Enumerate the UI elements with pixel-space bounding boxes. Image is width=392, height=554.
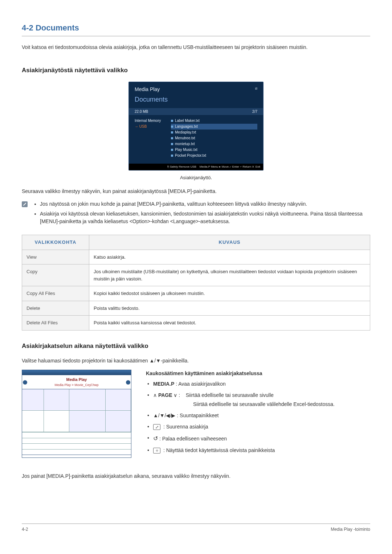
dv-row: [25, 450, 26, 454]
mp-size-left: 22.0 MB: [135, 109, 148, 114]
mp-file-item: Play Music.txt: [171, 147, 257, 153]
closing-paragraph: Jos painat [MEDIA.P]-painiketta asiakirj…: [22, 472, 370, 480]
table-row: Delete All Files Poista kaikki valitussa…: [22, 316, 370, 331]
remote-heading: Kaukosäätimen käyttäminen asiakirjakatse…: [146, 370, 335, 377]
page-footer: 4-2 Media Play -toiminto: [22, 524, 370, 533]
table-cell-menu: Delete All Files: [22, 316, 89, 331]
left-arrow-icon: [23, 380, 27, 385]
menu-table: VALIKKOKOHTA KUVAUS View Katso asiakirja…: [22, 235, 370, 331]
section-number-title: 4-2 Documents: [22, 23, 79, 32]
note-icon: [22, 201, 28, 207]
footer-left: 4-2: [22, 526, 28, 533]
mp-internal-memory: Internal Memory: [135, 118, 171, 124]
table-cell-menu: Copy All Files: [22, 286, 89, 301]
dv-row: [25, 439, 26, 443]
footer-right: Media Play -toiminto: [331, 526, 370, 533]
table-row: Copy All Files Kopioi kaikki tiedostot s…: [22, 286, 370, 301]
dv-cell: [106, 389, 131, 411]
table-head-desc: KUVAUS: [89, 235, 370, 250]
mediap-desc: : Avaa asiakirjavalikon: [176, 381, 225, 387]
table-head-menu: VALIKKOKOHTA: [22, 235, 89, 250]
mp-usb: → USB: [135, 124, 171, 130]
table-cell-menu: Delete: [22, 301, 89, 316]
page-label: PAGE: [158, 392, 172, 398]
table-row: Copy Jos ulkoinen muistilaite (USB-muist…: [22, 264, 370, 286]
mp-file-item: Languages.txt: [171, 124, 257, 130]
page-desc1: Siirtää edelliselle tai seuraavalle sivu…: [186, 392, 274, 398]
remote-item-mediap: MEDIA.P : Avaa asiakirjavalikon: [147, 380, 335, 388]
arrows-desc: : Suuntapainikkeet: [177, 413, 219, 418]
mp-footer-left: ⎘ Safely Remove USB: [167, 165, 196, 168]
zoom-icon: ⤢: [153, 424, 160, 430]
mp-file-list: Label Maker.txt Languages.txt Mediaplay.…: [171, 118, 257, 159]
dv-cell: [106, 411, 131, 432]
table-cell-desc: Katso asiakirja.: [89, 250, 370, 264]
media-play-screenshot: Media Play ⎚ Documents 22.0 MB 2/7 Inter…: [128, 82, 264, 171]
zoom-desc: : Suurenna asiakirja: [163, 424, 208, 430]
page-desc2: Siirtää edelliselle tai seuraavalle väli…: [193, 401, 335, 408]
remote-info: Kaukosäätimen käyttäminen asiakirjakatse…: [146, 370, 335, 458]
after-caption-paragraph: Seuraava valikko ilmestyy näkyviin, kun …: [22, 188, 370, 195]
table-cell-desc: Kopioi kaikki tiedostot sisäiseen ja ulk…: [89, 286, 370, 301]
mp-footer-right: Media.P Menu ◆ Move ⏎ Enter ↩ Return ⨯ E…: [200, 165, 260, 168]
table-cell-desc: Poista kaikki valitussa kansiossa olevat…: [89, 316, 370, 331]
mp-size-right: 2/7: [252, 109, 257, 114]
table-cell-menu: Copy: [22, 264, 89, 286]
dv-title: Media Play: [22, 375, 131, 383]
table-cell-menu: View: [22, 250, 89, 264]
screenshot-caption: Asiakirjanäyttö.: [22, 174, 370, 181]
dv-cell: [44, 389, 69, 411]
remote-item-zoom: ⤢ : Suurenna asiakirja: [147, 423, 335, 431]
return-icon: ↺: [153, 435, 158, 442]
page-prefix: ∧: [153, 392, 158, 398]
mp-section-title: Documents: [129, 95, 263, 108]
page-suffix: ∨ :: [172, 392, 180, 398]
doc-view-screenshot: Media Play Media Play > Movie_Ceyl.hwp: [22, 370, 131, 458]
dv-cell: [22, 389, 44, 411]
remote-item-return: ↺ : Palaa edelliseen vaiheeseen: [147, 434, 335, 443]
note-item: Asiakirja voi käytössä olevan kieliasetu…: [40, 210, 370, 225]
note-item: Jos näytössä on jokin muu kohde ja paina…: [40, 200, 370, 208]
dv-row: [25, 433, 26, 437]
table-row: View Katso asiakirja.: [22, 250, 370, 264]
info-desc: : Näyttää tiedot käytettävissä olevista …: [163, 447, 275, 453]
mp-file-item: Menutree.txt: [171, 135, 257, 141]
usb-icon: ⎚: [255, 86, 257, 91]
mp-file-item: monietup.txt: [171, 141, 257, 147]
mp-file-item: Mediaplay.txt: [171, 130, 257, 135]
intro-paragraph: Voit katsoa eri tiedostomuodoissa olevia…: [22, 44, 370, 51]
table-row: Delete Poista valittu tiedosto.: [22, 301, 370, 316]
table-cell-desc: Jos ulkoinen muistilaite (USB-muistilait…: [89, 264, 370, 286]
subheading-2: Asiakirjakatselun aikana näytettävä vali…: [22, 341, 370, 351]
table-cell-desc: Poista valittu tiedosto.: [89, 301, 370, 316]
dv-cell: [69, 389, 106, 411]
mediap-label: MEDIA.P: [153, 381, 174, 387]
dv-cell: [22, 411, 44, 432]
sub2-intro: Valitse haluamasi tiedosto projektorin t…: [22, 357, 370, 365]
mp-file-item: Pocket Projector.txt: [171, 153, 257, 159]
subheading-1: Asiakirjanäytöstä näytettävä valikko: [22, 66, 370, 75]
right-arrow-icon: [126, 380, 130, 385]
remote-item-arrows: ▲/▼/◀/▶ : Suuntapainikkeet: [147, 412, 335, 419]
return-desc: : Palaa edelliseen vaiheeseen: [159, 436, 227, 442]
mp-title: Media Play: [135, 86, 160, 93]
arrows-label: ▲/▼/◀/▶: [153, 413, 175, 418]
dv-subtitle: Media Play > Movie_Ceyl.hwp: [22, 383, 131, 390]
dv-cell: [69, 411, 106, 432]
dv-row: [25, 444, 26, 448]
dv-cell: [44, 411, 69, 432]
remote-item-info: ✧ : Näyttää tiedot käytettävissä olevist…: [147, 447, 335, 454]
mp-file-item: Label Maker.txt: [171, 118, 257, 124]
remote-item-page: ∧ PAGE ∨ : Siirtää edelliselle tai seura…: [147, 391, 335, 408]
info-icon: ✧: [153, 448, 160, 454]
note-block: Jos näytössä on jokin muu kohde ja paina…: [22, 200, 370, 227]
section-heading: 4-2 Documents: [22, 22, 370, 36]
